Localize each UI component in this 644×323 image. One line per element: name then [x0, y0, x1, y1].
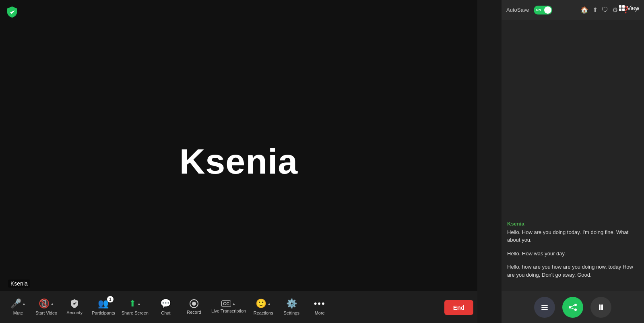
- share-chevron[interactable]: ▲: [137, 302, 141, 306]
- panel-actions: [502, 291, 644, 323]
- reactions-label: Reactions: [254, 311, 273, 315]
- mute-button[interactable]: 🎤 ▲ Mute: [4, 293, 32, 321]
- mute-label: Mute: [13, 311, 23, 315]
- autosave-label: AutoSave: [506, 7, 529, 13]
- share-screen-button[interactable]: ⬆ ▲ Share Screen: [118, 293, 152, 321]
- mic-icon: 🎤: [10, 298, 21, 309]
- reactions-chevron[interactable]: ▲: [267, 302, 271, 306]
- svg-rect-13: [601, 304, 603, 310]
- autosave-toggle[interactable]: ON: [534, 6, 552, 14]
- more-label: More: [315, 311, 325, 315]
- settings-button[interactable]: ⚙️ Settings: [277, 293, 305, 321]
- panel-shield-icon[interactable]: 🛡: [602, 6, 608, 14]
- chat-message-2: Hello. How was your day.: [507, 250, 638, 258]
- security-badge: [6, 6, 19, 19]
- chat-icon: 💬: [160, 298, 171, 309]
- svg-rect-2: [619, 8, 621, 11]
- svg-rect-6: [541, 309, 548, 310]
- home-icon[interactable]: 🏠: [580, 6, 588, 14]
- svg-point-9: [574, 309, 577, 311]
- video-label: Start Video: [35, 311, 57, 315]
- svg-rect-3: [622, 8, 625, 11]
- chat-message-3: Hello, how are you how are you doing now…: [507, 263, 638, 279]
- record-label: Record: [187, 310, 201, 315]
- record-button[interactable]: Record: [180, 293, 208, 321]
- chat-sender: Ksenia: [507, 221, 638, 227]
- security-icon: [70, 299, 79, 309]
- svg-rect-1: [622, 5, 625, 8]
- transcription-label: Live Transcription: [211, 309, 246, 313]
- record-circle-icon: [190, 299, 198, 308]
- security-label: Security: [66, 310, 83, 315]
- pause-action-button[interactable]: [590, 297, 611, 318]
- panel-settings-icon[interactable]: ⚙: [612, 6, 618, 14]
- list-icon: [540, 303, 549, 312]
- participants-label: Participants: [92, 311, 115, 315]
- start-video-button[interactable]: 📵 ▲ Start Video: [32, 293, 60, 321]
- chat-message-1: Hello. How are you doing today. I'm doin…: [507, 228, 638, 244]
- right-panel: AutoSave ON 🏠 ⬆ 🛡 ⚙ ❓ ↗ Ksenia Hello. Ho…: [502, 0, 644, 323]
- toggle-knob: [544, 6, 551, 14]
- toolbar: 🎤 ▲ Mute 📵 ▲ Start Video Security 👥 1 Pa…: [0, 291, 477, 323]
- svg-rect-5: [541, 307, 548, 308]
- svg-rect-12: [599, 304, 601, 310]
- video-chevron[interactable]: ▲: [50, 302, 54, 306]
- participant-label: Ksenia: [8, 280, 30, 288]
- chat-message-group: Ksenia Hello. How are you doing today. I…: [507, 221, 638, 285]
- upload-icon[interactable]: ⬆: [592, 6, 598, 14]
- chat-label: Chat: [161, 311, 170, 315]
- svg-line-11: [571, 308, 574, 309]
- participants-button[interactable]: 👥 1 Participants: [89, 293, 118, 321]
- chat-button[interactable]: 💬 Chat: [152, 293, 180, 321]
- list-action-button[interactable]: [534, 297, 555, 318]
- transcription-button[interactable]: CC ▲ Live Transcription: [208, 293, 249, 321]
- share-action-button[interactable]: [562, 297, 583, 318]
- svg-point-7: [574, 304, 577, 306]
- reactions-icon: 🙂: [256, 298, 266, 309]
- end-button[interactable]: End: [444, 300, 473, 315]
- reactions-button[interactable]: 🙂 ▲ Reactions: [249, 293, 277, 321]
- svg-rect-4: [541, 305, 548, 306]
- autosave-on-text: ON: [536, 8, 541, 12]
- participants-count: 1: [107, 296, 114, 302]
- share-screen-icon: ⬆: [129, 298, 136, 309]
- view-button[interactable]: View: [619, 5, 639, 11]
- svg-rect-0: [619, 5, 621, 8]
- mute-chevron[interactable]: ▲: [22, 302, 26, 306]
- transcription-icon: CC: [221, 300, 231, 307]
- participant-name: Ksenia: [180, 141, 298, 182]
- svg-point-8: [569, 306, 571, 309]
- security-button[interactable]: Security: [60, 293, 89, 321]
- chat-area: Ksenia Hello. How are you doing today. I…: [502, 20, 644, 291]
- share-screen-label: Share Screen: [122, 311, 149, 315]
- settings-icon: ⚙️: [286, 298, 297, 309]
- settings-label: Settings: [283, 311, 299, 315]
- transcription-chevron[interactable]: ▲: [232, 302, 236, 306]
- view-label: View: [627, 5, 639, 11]
- more-button[interactable]: ••• More: [305, 293, 334, 321]
- video-icon: 📵: [39, 298, 50, 309]
- pause-icon: [597, 303, 605, 312]
- share-icon: [568, 303, 577, 312]
- main-video-area: Ksenia Ksenia: [0, 0, 477, 323]
- more-icon: •••: [314, 298, 326, 309]
- svg-line-10: [571, 305, 574, 307]
